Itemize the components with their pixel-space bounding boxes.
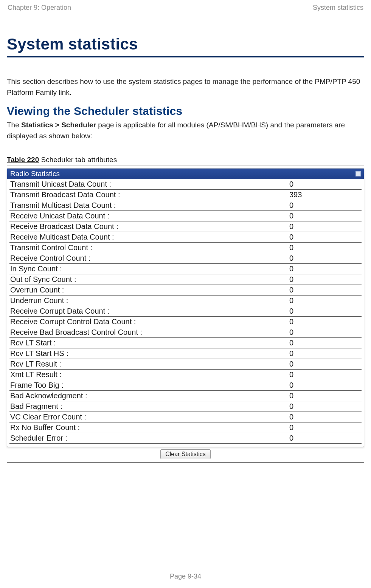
stat-label: Rcv LT Start : (9, 339, 289, 347)
stat-row: Bad Fragment :0 (9, 401, 362, 412)
stat-value: 0 (289, 402, 362, 411)
stat-row: Transmit Broadcast Data Count :393 (9, 190, 362, 200)
stat-value: 0 (289, 370, 362, 379)
stat-label: Receive Unicast Data Count : (9, 212, 289, 220)
stat-label: VC Clear Error Count : (9, 413, 289, 421)
stat-row: Bad Acknowledgment :0 (9, 391, 362, 401)
stat-label: Frame Too Big : (9, 381, 289, 390)
stat-row: VC Clear Error Count :0 (9, 412, 362, 422)
stat-label: Out of Sync Count : (9, 275, 289, 284)
stat-row: Rx No Buffer Count :0 (9, 422, 362, 433)
stat-row: Underrun Count :0 (9, 296, 362, 306)
stat-label: Transmit Control Count : (9, 243, 289, 252)
stat-row: Transmit Control Count :0 (9, 243, 362, 253)
para-pre: The (7, 121, 21, 129)
radio-statistics-panel: Radio Statistics Transmit Unicast Data C… (7, 168, 364, 447)
section-title: Viewing the Scheduler statistics (7, 105, 364, 118)
stat-value: 0 (289, 222, 362, 231)
stat-value: 0 (289, 391, 362, 400)
stat-label: Bad Fragment : (9, 402, 289, 411)
stat-label: Transmit Broadcast Data Count : (9, 190, 289, 199)
clear-statistics-button[interactable]: Clear Statistics (160, 449, 211, 459)
stat-value: 0 (289, 275, 362, 284)
table-caption: Table 220 Scheduler tab attributes (7, 156, 364, 164)
panel-title: Radio Statistics (10, 170, 60, 178)
stat-row: Receive Control Count :0 (9, 253, 362, 264)
stat-value: 0 (289, 381, 362, 390)
stat-row: Receive Corrupt Data Count :0 (9, 306, 362, 317)
stat-value: 0 (289, 212, 362, 220)
stat-row: Rcv LT Start HS :0 (9, 348, 362, 359)
stat-label: Transmit Unicast Data Count : (9, 180, 289, 189)
button-row: Clear Statistics (7, 449, 364, 459)
table-label: Table 220 (7, 156, 39, 164)
running-header: Chapter 9: Operation System statistics (7, 0, 364, 12)
stats-body: Transmit Unicast Data Count :0Transmit B… (7, 179, 364, 447)
scheduler-paragraph: The Statistics > Scheduler page is appli… (7, 120, 364, 141)
stat-label: Receive Broadcast Data Count : (9, 222, 289, 231)
stat-value: 393 (289, 190, 362, 199)
stat-row: Rcv LT Start :0 (9, 338, 362, 348)
stat-label: Xmt LT Result : (9, 370, 289, 379)
bottom-rule (7, 462, 364, 463)
stat-label: Bad Acknowledgment : (9, 391, 289, 400)
stat-row: Rcv LT Result :0 (9, 359, 362, 370)
stat-value: 0 (289, 328, 362, 337)
stat-value: 0 (289, 360, 362, 368)
stat-label: Scheduler Error : (9, 434, 289, 443)
stat-label: Receive Corrupt Control Data Count : (9, 317, 289, 326)
stat-label: In Sync Count : (9, 265, 289, 273)
stat-value: 0 (289, 265, 362, 273)
breadcrumb: Statistics > Scheduler (21, 121, 96, 129)
stat-value: 0 (289, 339, 362, 347)
stat-row: Receive Multicast Data Count :0 (9, 232, 362, 243)
stat-row: Receive Bad Broadcast Control Count :0 (9, 327, 362, 338)
stat-label: Receive Multicast Data Count : (9, 233, 289, 241)
stat-row: Receive Broadcast Data Count :0 (9, 221, 362, 232)
stat-value: 0 (289, 317, 362, 326)
page-number: Page 9-34 (0, 573, 371, 580)
stat-row: Receive Corrupt Control Data Count :0 (9, 317, 362, 327)
panel-header: Radio Statistics (7, 169, 364, 179)
stat-row: Receive Unicast Data Count :0 (9, 211, 362, 221)
stat-value: 0 (289, 254, 362, 263)
stat-value: 0 (289, 349, 362, 358)
stat-value: 0 (289, 286, 362, 294)
caption-rule (7, 166, 364, 166)
header-left: Chapter 9: Operation (8, 4, 71, 12)
stat-row: Transmit Multicast Data Count :0 (9, 200, 362, 211)
stat-value: 0 (289, 296, 362, 305)
stat-value: 0 (289, 180, 362, 189)
stat-value: 0 (289, 434, 362, 443)
stat-value: 0 (289, 233, 362, 241)
collapse-icon[interactable] (355, 171, 361, 176)
stat-row: Overrun Count :0 (9, 285, 362, 296)
stat-value: 0 (289, 243, 362, 252)
stat-label: Rcv LT Result : (9, 360, 289, 368)
stat-row: In Sync Count :0 (9, 264, 362, 274)
stat-row: Transmit Unicast Data Count :0 (9, 179, 362, 190)
stat-label: Rcv LT Start HS : (9, 349, 289, 358)
stat-label: Receive Bad Broadcast Control Count : (9, 328, 289, 337)
stat-value: 0 (289, 307, 362, 316)
stat-label: Receive Corrupt Data Count : (9, 307, 289, 316)
stat-label: Transmit Multicast Data Count : (9, 201, 289, 210)
stat-row: Scheduler Error :0 (9, 433, 362, 444)
stat-label: Underrun Count : (9, 296, 289, 305)
table-caption-text: Scheduler tab attributes (39, 156, 117, 164)
stat-value: 0 (289, 413, 362, 421)
stat-value: 0 (289, 423, 362, 432)
stat-row: Out of Sync Count :0 (9, 274, 362, 285)
stat-label: Overrun Count : (9, 286, 289, 294)
stat-value: 0 (289, 201, 362, 210)
stat-label: Receive Control Count : (9, 254, 289, 263)
stat-row: Xmt LT Result :0 (9, 370, 362, 380)
header-right: System statistics (313, 4, 363, 12)
stat-label: Rx No Buffer Count : (9, 423, 289, 432)
stat-row: Frame Too Big :0 (9, 380, 362, 391)
intro-text: This section describes how to use the sy… (7, 76, 364, 98)
page-title: System statistics (7, 35, 364, 57)
